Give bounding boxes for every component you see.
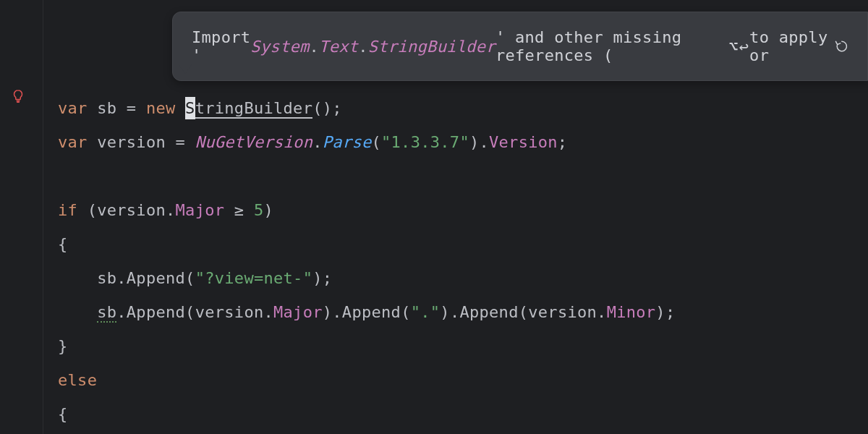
tooltip-suffix: ' and other missing references ( xyxy=(495,28,729,64)
unresolved-type: tringBuilder xyxy=(195,99,313,119)
lightbulb-icon[interactable] xyxy=(10,88,26,104)
code-line-10[interactable]: { xyxy=(58,397,868,431)
editor-gutter xyxy=(0,0,43,434)
code-line-7[interactable]: sb.Append(version.Major).Append(".").App… xyxy=(58,295,868,329)
tooltip-namespace-2: Text xyxy=(319,38,358,56)
shortcut-glyph-icon: ⌥↩ xyxy=(729,38,750,56)
code-line-6[interactable]: sb.Append("?view=net-"); xyxy=(58,261,868,295)
caret-position: S xyxy=(185,97,195,119)
code-line-5[interactable]: { xyxy=(58,227,868,261)
tooltip-namespace-1: System xyxy=(250,38,309,56)
tooltip-class: StringBuilder xyxy=(368,38,495,56)
history-icon xyxy=(834,39,848,54)
tooltip-tail xyxy=(178,64,192,74)
code-line-2[interactable]: var version = NuGetVersion.Parse("1.3.3.… xyxy=(58,125,868,159)
inspection-hint: sb xyxy=(97,303,116,323)
code-line-4[interactable]: if (version.Major ≥ 5) xyxy=(58,193,868,227)
code-line-8[interactable]: } xyxy=(58,329,868,363)
quickfix-tooltip[interactable]: Import 'System.Text.StringBuilder' and o… xyxy=(172,12,868,81)
code-line-9[interactable]: else xyxy=(58,363,868,397)
code-line-1[interactable]: var sb = new StringBuilder(); xyxy=(58,91,868,125)
code-line-3[interactable] xyxy=(58,159,868,193)
tooltip-prefix: Import ' xyxy=(192,28,250,64)
